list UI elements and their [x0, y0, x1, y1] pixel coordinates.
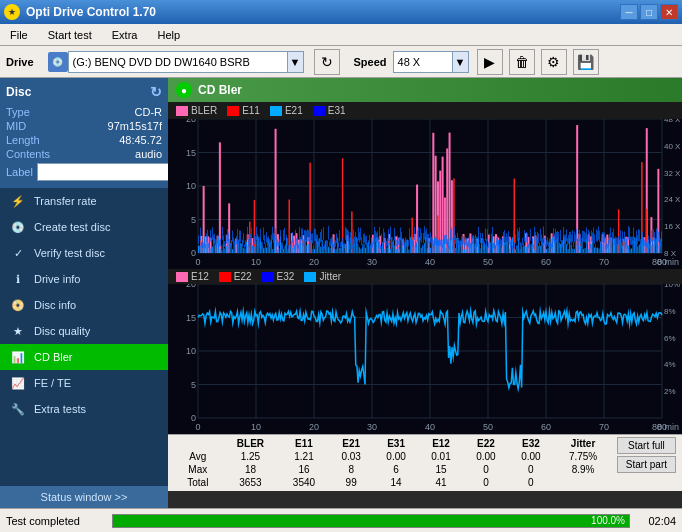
- drive-dropdown-arrow[interactable]: ▼: [288, 51, 304, 73]
- stats-cell-avg-0: 1.25: [222, 450, 280, 463]
- stats-row-label-max: Max: [174, 463, 222, 476]
- stats-cell-total-2: 99: [329, 476, 374, 489]
- sidebar-item-extra-tests[interactable]: 🔧 Extra tests: [0, 396, 168, 422]
- disc-contents-value: audio: [135, 148, 162, 160]
- stats-area: BLERE11E21E31E12E22E32Jitter Avg1.251.21…: [168, 434, 682, 491]
- legend-bottom: E12E22E32Jitter: [168, 269, 682, 284]
- right-panel: ● CD Bler BLERE11E21E31 E12E22E32Jitter: [168, 78, 682, 508]
- time-display: 02:04: [636, 515, 676, 527]
- sidebar-item-verify-test-disc[interactable]: ✓ Verify test disc: [0, 240, 168, 266]
- disc-mid-row: MID 97m15s17f: [6, 120, 162, 132]
- stats-cell-avg-6: 0.00: [508, 450, 553, 463]
- sidebar-item-disc-info[interactable]: 📀 Disc info: [0, 292, 168, 318]
- sidebar-item-disc-quality[interactable]: ★ Disc quality: [0, 318, 168, 344]
- app-icon: ★: [4, 4, 20, 20]
- status-window-btn[interactable]: Status window >>: [0, 486, 168, 508]
- legend-bottom-label-e32: E32: [277, 271, 295, 282]
- apply-speed-btn[interactable]: ▶: [477, 49, 503, 75]
- stats-row-total: Total3653354099144100: [174, 476, 613, 489]
- disc-refresh-btn[interactable]: ↻: [150, 84, 162, 100]
- sidebar-fe-te-label: FE / TE: [34, 377, 71, 389]
- legend-color-e31: [313, 106, 325, 116]
- titlebar-left: ★ Opti Drive Control 1.70: [4, 4, 156, 20]
- nav-items: ⚡ Transfer rate 💿 Create test disc ✓ Ver…: [0, 188, 168, 422]
- sidebar-drive-info-label: Drive info: [34, 273, 80, 285]
- legend-bottom-label-e22: E22: [234, 271, 252, 282]
- status-text: Test completed: [6, 515, 106, 527]
- sidebar-cd-bler-icon: 📊: [10, 349, 26, 365]
- legend-top-e31: E31: [313, 105, 346, 116]
- stats-cell-total-1: 3540: [279, 476, 328, 489]
- speed-dropdown-arrow[interactable]: ▼: [453, 51, 469, 73]
- save-btn[interactable]: 💾: [573, 49, 599, 75]
- sidebar-item-create-test-disc[interactable]: 💿 Create test disc: [0, 214, 168, 240]
- legend-bottom-color-jitter: [304, 272, 316, 282]
- legend-bottom-jitter: Jitter: [304, 271, 341, 282]
- legend-top-e11: E11: [227, 105, 260, 116]
- legend-bottom-color-e32: [262, 272, 274, 282]
- minimize-button[interactable]: ─: [620, 4, 638, 20]
- disc-label-label: Label: [6, 166, 33, 178]
- speed-dropdown[interactable]: 48 X: [393, 51, 453, 73]
- stats-row-avg: Avg1.251.210.030.000.010.000.007.75%: [174, 450, 613, 463]
- close-button[interactable]: ✕: [660, 4, 678, 20]
- menu-start-test[interactable]: Start test: [42, 27, 98, 43]
- stats-cell-total-6: 0: [508, 476, 553, 489]
- settings-btn[interactable]: ⚙: [541, 49, 567, 75]
- disc-type-label: Type: [6, 106, 30, 118]
- content-area: Disc ↻ Type CD-R MID 97m15s17f Length 48…: [0, 78, 682, 508]
- chart-bottom: [168, 284, 682, 434]
- legend-label-e11: E11: [242, 105, 260, 116]
- menu-help[interactable]: Help: [151, 27, 186, 43]
- stats-col-BLER: BLER: [222, 437, 280, 450]
- stats-buttons: Start full Start part: [617, 437, 676, 473]
- drive-refresh-btn[interactable]: ↻: [314, 49, 340, 75]
- sidebar-item-cd-bler[interactable]: 📊 CD Bler: [0, 344, 168, 370]
- legend-bottom-e32: E32: [262, 271, 295, 282]
- menu-file[interactable]: File: [4, 27, 34, 43]
- legend-bottom-e12: E12: [176, 271, 209, 282]
- stats-col-E22: E22: [463, 437, 508, 450]
- stats-col-E32: E32: [508, 437, 553, 450]
- sidebar: Disc ↻ Type CD-R MID 97m15s17f Length 48…: [0, 78, 168, 508]
- start-full-btn[interactable]: Start full: [617, 437, 676, 454]
- drive-dropdown[interactable]: (G:) BENQ DVD DD DW1640 BSRB: [68, 51, 288, 73]
- progress-bar-fill: 100.0%: [113, 515, 629, 527]
- sidebar-item-transfer-rate[interactable]: ⚡ Transfer rate: [0, 188, 168, 214]
- menu-extra[interactable]: Extra: [106, 27, 144, 43]
- window-title: Opti Drive Control 1.70: [26, 5, 156, 19]
- stats-header-row: BLERE11E21E31E12E22E32Jitter: [174, 437, 613, 450]
- stats-cell-max-3: 6: [374, 463, 419, 476]
- sidebar-item-fe-te[interactable]: 📈 FE / TE: [0, 370, 168, 396]
- maximize-button[interactable]: □: [640, 4, 658, 20]
- bler-icon: ●: [176, 82, 192, 98]
- stats-cell-avg-4: 0.01: [419, 450, 464, 463]
- top-chart-canvas: [168, 119, 682, 269]
- disc-label-input[interactable]: [37, 163, 170, 181]
- stats-row-max: Max18168615008.9%: [174, 463, 613, 476]
- stats-row-label-avg: Avg: [174, 450, 222, 463]
- erase-btn[interactable]: 🗑: [509, 49, 535, 75]
- bler-header: ● CD Bler: [168, 78, 682, 102]
- legend-bottom-label-e12: E12: [191, 271, 209, 282]
- stats-cell-max-6: 0: [508, 463, 553, 476]
- disc-section-header: Disc ↻: [6, 84, 162, 100]
- speed-label: Speed: [354, 56, 387, 68]
- drive-label: Drive: [6, 56, 34, 68]
- bottom-chart-canvas: [168, 284, 682, 434]
- sidebar-item-drive-info[interactable]: ℹ Drive info: [0, 266, 168, 292]
- disc-section: Disc ↻ Type CD-R MID 97m15s17f Length 48…: [0, 78, 168, 188]
- disc-length-label: Length: [6, 134, 40, 146]
- disc-type-value: CD-R: [135, 106, 163, 118]
- stats-cell-max-7: 8.9%: [553, 463, 613, 476]
- sidebar-create-test-disc-icon: 💿: [10, 219, 26, 235]
- sidebar-disc-info-icon: 📀: [10, 297, 26, 313]
- start-part-btn[interactable]: Start part: [617, 456, 676, 473]
- speed-selector-group: 48 X ▼: [393, 51, 469, 73]
- titlebar-controls: ─ □ ✕: [620, 4, 678, 20]
- progress-text: 100.0%: [591, 515, 625, 526]
- drivebar: Drive 💿 (G:) BENQ DVD DD DW1640 BSRB ▼ ↻…: [0, 46, 682, 78]
- menubar: File Start test Extra Help: [0, 24, 682, 46]
- sidebar-transfer-rate-icon: ⚡: [10, 193, 26, 209]
- stats-cell-max-5: 0: [463, 463, 508, 476]
